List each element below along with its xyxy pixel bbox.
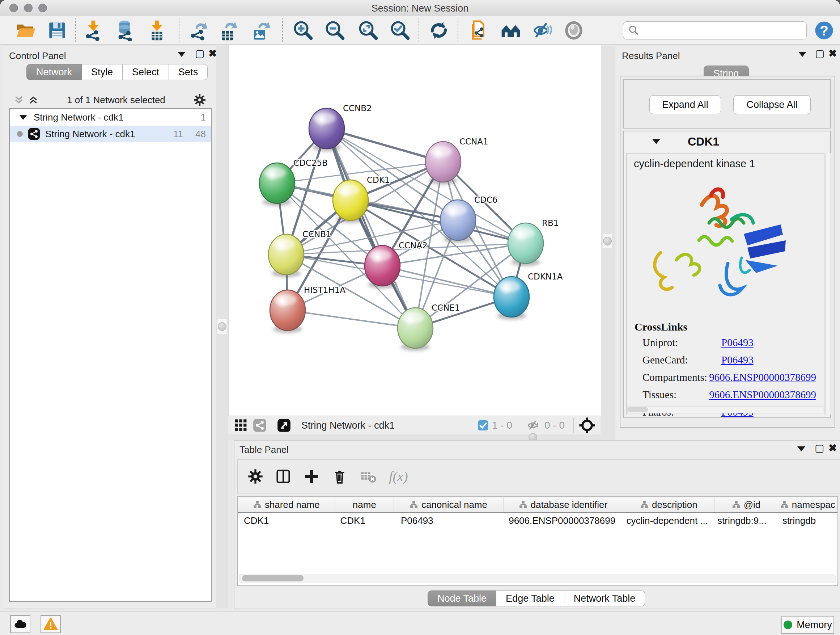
- table-cell[interactable]: CDK1: [334, 513, 395, 529]
- column-header-shared-name[interactable]: shared name: [238, 497, 335, 512]
- help-button[interactable]: ?: [813, 19, 835, 41]
- crosslink-value-link[interactable]: 9606.ENSP00000378699: [709, 389, 816, 401]
- gear-icon[interactable]: [194, 94, 206, 106]
- show-all-button[interactable]: [563, 19, 584, 41]
- results-vscrollbar[interactable]: [825, 153, 831, 415]
- table-cell[interactable]: CDK1: [238, 513, 334, 529]
- tab-node-table[interactable]: Node Table: [428, 591, 496, 606]
- column-header-canonical-name[interactable]: canonical name: [394, 497, 503, 512]
- network-edge-CCNA2-CDKN1A[interactable]: [382, 266, 512, 297]
- network-node-CCNB1[interactable]: [268, 234, 304, 277]
- memory-button[interactable]: Memory: [782, 616, 834, 634]
- refresh-button[interactable]: [428, 19, 450, 41]
- network-view-icon[interactable]: [253, 418, 267, 432]
- tab-network[interactable]: Network: [27, 64, 82, 80]
- export-image-button[interactable]: [249, 19, 271, 41]
- network-node-HIST1H1A[interactable]: [270, 290, 305, 333]
- grid-view-icon[interactable]: [234, 418, 248, 432]
- zoom-out-button[interactable]: [324, 19, 346, 41]
- table-hscrollbar-thumb[interactable]: [242, 575, 303, 581]
- float-panel-icon[interactable]: ▢: [815, 48, 824, 59]
- network-node-CDKN1A[interactable]: [494, 277, 529, 320]
- close-panel-icon[interactable]: ✖: [829, 443, 837, 454]
- tab-sets[interactable]: Sets: [169, 64, 208, 80]
- column-header-name[interactable]: name: [335, 497, 394, 512]
- zoom-fit-button[interactable]: [357, 19, 379, 41]
- network-node-CCNA1[interactable]: [425, 141, 461, 185]
- add-column-icon[interactable]: [303, 469, 319, 485]
- expand-all-icon[interactable]: [28, 95, 39, 105]
- title-bar[interactable]: Session: New Session: [0, 0, 840, 16]
- tab-edge-table[interactable]: Edge Table: [496, 591, 564, 606]
- table-cell[interactable]: stringdb: [777, 513, 837, 529]
- crosslink-value-link[interactable]: P06493: [722, 337, 753, 348]
- section-expander-icon[interactable]: [652, 139, 660, 144]
- network-node-CDC25B[interactable]: [259, 163, 295, 206]
- zoom-selected-button[interactable]: [389, 19, 411, 41]
- results-hscrollbar-thumb[interactable]: [628, 407, 648, 412]
- close-panel-icon[interactable]: ✖: [208, 48, 217, 59]
- expand-all-button[interactable]: Expand All: [649, 95, 721, 114]
- import-network-file-button[interactable]: [82, 19, 104, 41]
- column-header-description[interactable]: description: [623, 497, 715, 512]
- network-row-selected[interactable]: String Network - cdk1 11 48: [10, 126, 211, 142]
- network-edge-CCNB2-CCNE1[interactable]: [327, 128, 415, 328]
- cloud-status-button[interactable]: [10, 615, 30, 633]
- selected-checkbox-icon[interactable]: [477, 420, 488, 431]
- network-node-CCNE1[interactable]: [398, 308, 433, 351]
- table-cell[interactable]: P06493: [395, 513, 503, 529]
- network-node-CCNB2[interactable]: [309, 108, 344, 151]
- close-panel-icon[interactable]: ✖: [829, 48, 837, 59]
- splitter-grip[interactable]: [218, 319, 227, 334]
- crosslink-value-link[interactable]: 9606.ENSP00000378699: [709, 371, 816, 383]
- tab-network-table[interactable]: Network Table: [564, 591, 645, 606]
- hide-selected-button[interactable]: [531, 19, 553, 41]
- column-header--id[interactable]: @id: [715, 497, 778, 512]
- export-table-button[interactable]: [217, 19, 239, 41]
- delete-column-icon[interactable]: [332, 469, 347, 485]
- collapse-all-icon[interactable]: [13, 95, 24, 105]
- bottom-splitter[interactable]: [228, 434, 600, 440]
- table-hscrollbar[interactable]: [239, 574, 836, 583]
- first-neighbors-button[interactable]: [500, 19, 522, 41]
- collection-expander-icon[interactable]: [19, 115, 27, 120]
- detach-view-icon[interactable]: [277, 418, 291, 432]
- zoom-in-button[interactable]: [292, 19, 314, 41]
- network-edge-HIST1H1A-CCNE1[interactable]: [287, 310, 415, 328]
- table-cell[interactable]: stringdb:9...: [712, 513, 777, 529]
- network-collection-row[interactable]: String Network - cdk1 1: [10, 109, 211, 126]
- table-cell[interactable]: 9606.ENSP00000378699: [503, 513, 621, 529]
- save-session-button[interactable]: [46, 19, 68, 41]
- open-session-button[interactable]: [14, 19, 36, 41]
- column-header-database-identifier[interactable]: database identifier: [504, 497, 623, 512]
- network-graph[interactable]: CCNB2CCNA1CDC25BCDK1CDC6RB1CCNB1CCNA2CDK…: [229, 45, 600, 415]
- warnings-button[interactable]: [41, 615, 61, 633]
- show-columns-icon[interactable]: [275, 469, 291, 485]
- right-splitter[interactable]: [600, 46, 615, 440]
- crosslink-value-link[interactable]: P06493: [722, 354, 753, 366]
- network-canvas[interactable]: CCNB2CCNA1CDC25BCDK1CDC6RB1CCNB1CCNA2CDK…: [228, 45, 601, 416]
- panel-menu-icon[interactable]: [797, 447, 805, 451]
- tab-select[interactable]: Select: [123, 64, 169, 80]
- search-input[interactable]: [623, 21, 807, 40]
- float-panel-icon[interactable]: ▢: [815, 443, 824, 454]
- network-node-RB1[interactable]: [508, 223, 543, 266]
- new-network-from-selection-button[interactable]: [468, 19, 490, 41]
- column-header-namespac[interactable]: namespac: [778, 497, 837, 512]
- export-network-button[interactable]: [187, 19, 209, 41]
- table-cell[interactable]: cyclin-dependent ...: [621, 513, 712, 529]
- panel-menu-icon[interactable]: [178, 52, 186, 57]
- splitter-grip[interactable]: [603, 234, 612, 249]
- table-settings-gear-icon[interactable]: [248, 469, 263, 484]
- table-row[interactable]: CDK1CDK1P064939606.ENSP00000378699cyclin…: [238, 513, 837, 529]
- tab-style[interactable]: Style: [82, 64, 123, 80]
- float-panel-icon[interactable]: ▢: [195, 48, 204, 59]
- collapse-all-button[interactable]: Collapse All: [733, 95, 811, 114]
- left-splitter[interactable]: [216, 46, 228, 608]
- import-table-file-button[interactable]: [146, 19, 168, 41]
- birds-eye-icon[interactable]: [579, 417, 595, 434]
- gene-section-header[interactable]: CDK1: [624, 131, 830, 152]
- results-hscrollbar[interactable]: [627, 406, 823, 413]
- panel-menu-icon[interactable]: [798, 52, 806, 57]
- import-network-database-button[interactable]: [114, 19, 136, 41]
